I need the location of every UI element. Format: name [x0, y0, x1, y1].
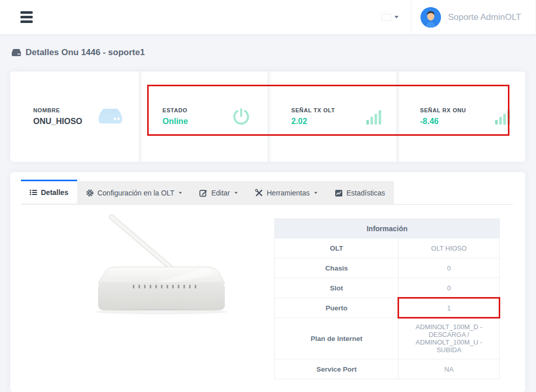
stat-value: ONU_HIOSO [33, 117, 82, 126]
row-label: Service Port [275, 359, 399, 379]
tools-icon [255, 189, 263, 197]
onu-title-icon [11, 48, 21, 57]
stat-value: 2.02 [291, 117, 335, 126]
row-value: 1 [399, 298, 500, 318]
stat-label: SEÑAL RX ONU [420, 107, 466, 113]
stat-senal-tx-olt: SEÑAL TX OLT 2.02 [268, 71, 397, 162]
onu-product-image [77, 206, 245, 324]
stat-estado: ESTADO Online [139, 71, 268, 162]
row-value: NA [399, 359, 500, 379]
table-row-service-port: Service Port NA [275, 359, 500, 379]
stat-label: NOMBRE [33, 107, 82, 113]
row-value: ADMINOLT_100M_D - DESCARGA / ADMINOLT_10… [399, 318, 500, 359]
avatar [421, 7, 441, 28]
table-row-slot: Slot 0 [275, 278, 500, 298]
page-title-text: Detalles Onu 1446 - soporte1 [26, 47, 145, 58]
chart-icon [335, 189, 343, 197]
tab-label: Configuración en la OLT [98, 189, 175, 197]
tab-herramientas[interactable]: Herramientas [246, 181, 326, 205]
info-table: Información OLT OLT HIOSO Chasis 0 Slot … [274, 218, 500, 379]
stat-nombre: NOMBRE ONU_HIOSO [10, 71, 139, 162]
row-value: 0 [399, 278, 500, 298]
signal-bars-icon [366, 109, 381, 125]
language-selector[interactable] [369, 14, 411, 20]
gear-icon [86, 189, 94, 197]
table-row-puerto: Puerto 1 [275, 298, 500, 318]
tab-label: Estadísticas [346, 189, 385, 197]
top-navbar: Soporte AdminOLT [0, 0, 536, 35]
tab-detalles[interactable]: Detalles [21, 180, 77, 204]
tab-estadisticas[interactable]: Estadísticas [326, 181, 393, 205]
row-label: Puerto [275, 298, 399, 318]
edit-icon [199, 189, 207, 197]
stat-value: Online [162, 117, 188, 126]
spain-flag-icon [382, 14, 391, 20]
page-title: Detalles Onu 1446 - soporte1 [11, 47, 145, 58]
row-label: Chasis [275, 258, 399, 278]
tab-editar[interactable]: Editar [191, 181, 246, 205]
stat-label: SEÑAL TX OLT [291, 107, 335, 113]
stat-value: -8.46 [420, 117, 466, 126]
stat-label: ESTADO [162, 107, 188, 113]
info-table-title: Información [275, 219, 500, 238]
caret-down-icon [179, 192, 182, 194]
signal-bars-icon [495, 109, 510, 125]
user-menu[interactable]: Soporte AdminOLT [411, 0, 536, 34]
row-label: OLT [275, 238, 399, 258]
menu-toggle-icon[interactable] [20, 9, 33, 25]
row-label: Plan de Internet [275, 318, 399, 359]
tab-label: Herramientas [267, 189, 310, 197]
list-icon [30, 189, 37, 196]
user-name: Soporte AdminOLT [448, 12, 521, 22]
caret-down-icon [235, 192, 238, 194]
table-row-plan: Plan de Internet ADMINOLT_100M_D - DESCA… [275, 318, 500, 359]
row-value: OLT HIOSO [399, 238, 500, 258]
power-icon [230, 106, 252, 128]
tab-bar: Detalles Configuración en la OLT [21, 181, 513, 205]
row-label: Slot [275, 278, 399, 298]
caret-down-icon [314, 192, 317, 194]
table-row-olt: OLT OLT HIOSO [275, 238, 500, 258]
onu-device-icon [97, 107, 124, 127]
tab-label: Detalles [41, 188, 68, 197]
stat-senal-rx-onu: SEÑAL RX ONU -8.46 [397, 71, 525, 162]
table-row-chasis: Chasis 0 [275, 258, 500, 278]
caret-down-icon [394, 16, 399, 18]
tab-configuracion-olt[interactable]: Configuración en la OLT [77, 181, 191, 205]
details-card: Detalles Configuración en la OLT [10, 172, 525, 392]
stats-card: NOMBRE ONU_HIOSO ESTADO Online SEÑAL TX [10, 71, 525, 162]
tab-label: Editar [211, 189, 230, 197]
row-value: 0 [399, 258, 500, 278]
